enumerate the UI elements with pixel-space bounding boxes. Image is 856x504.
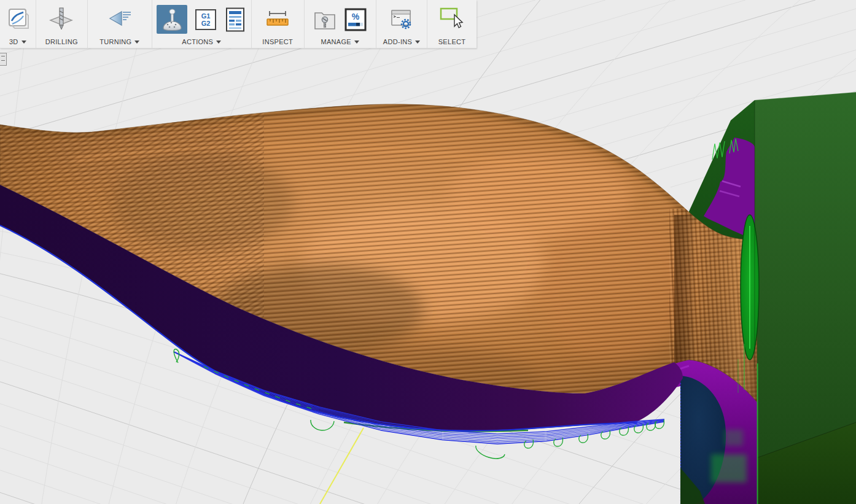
cam-app-window: 3D DRILLING TURNING (0, 0, 856, 504)
chevron-down-icon (354, 41, 359, 44)
tool-library-icon (313, 8, 337, 31)
chevron-down-icon (21, 41, 26, 44)
menu-3d[interactable]: 3D (9, 36, 26, 48)
inspect-button[interactable] (265, 9, 290, 31)
menu-turning-label: TURNING (99, 38, 131, 45)
toolbar-group-drilling: DRILLING (36, 0, 88, 48)
toolbar-group-manage: % MANAGE (305, 0, 377, 48)
toolbar-group-select: SELECT (427, 0, 477, 48)
chevron-down-icon (415, 41, 420, 44)
menu-addins[interactable]: ADD-INS (383, 36, 420, 48)
add-ins-icon (389, 8, 414, 31)
chevron-down-icon (134, 41, 139, 44)
menu-manage-label: MANAGE (321, 38, 351, 45)
viewport-canvas[interactable] (0, 0, 856, 504)
machining-time-icon: % (344, 8, 367, 31)
percent-symbol: % (352, 12, 360, 21)
menu-select-label: SELECT (438, 38, 466, 45)
menu-drilling[interactable]: DRILLING (45, 36, 78, 48)
stock-lens (741, 215, 759, 360)
post-process-button[interactable]: G1 G2 (195, 9, 217, 31)
menu-inspect[interactable]: INSPECT (262, 36, 293, 48)
3d-milling-icon (4, 6, 31, 34)
setup-sheet-button[interactable] (224, 7, 246, 32)
toolbar-group-turning: TURNING (88, 0, 152, 48)
cam-toolbar: 3D DRILLING TURNING (0, 0, 477, 48)
add-ins-button[interactable] (389, 8, 414, 31)
tool-library-button[interactable] (313, 8, 337, 31)
drilling-icon (48, 6, 75, 34)
inspect-ruler-icon (265, 9, 290, 31)
turning-button[interactable] (106, 6, 133, 34)
simulate-button[interactable] (157, 5, 187, 34)
setup-sheet-icon (224, 7, 246, 32)
turning-icon (106, 6, 133, 34)
menu-actions[interactable]: ACTIONS (182, 36, 221, 48)
toolbar-group-3d: 3D (0, 0, 36, 48)
select-cursor-icon (438, 6, 465, 33)
chevron-down-icon (216, 41, 221, 44)
menu-drilling-label: DRILLING (45, 38, 78, 45)
menu-manage[interactable]: MANAGE (321, 36, 359, 48)
toolbar-group-inspect: INSPECT (252, 0, 305, 48)
browser-toggle[interactable] (0, 53, 7, 66)
3d-milling-button[interactable] (4, 6, 31, 34)
toolbar-group-addins: ADD-INS (376, 0, 427, 48)
menu-actions-label: ACTIONS (182, 38, 213, 45)
select-button[interactable] (438, 6, 465, 33)
simulate-icon (158, 6, 185, 33)
menu-3d-label: 3D (9, 38, 18, 45)
post-process-icon: G1 G2 (195, 9, 217, 31)
menu-addins-label: ADD-INS (383, 38, 412, 45)
menu-inspect-label: INSPECT (262, 38, 293, 45)
drilling-button[interactable] (48, 6, 75, 34)
lead-line-yellow (320, 428, 364, 504)
toolbar-group-actions: G1 G2 ACTIONS (152, 0, 252, 48)
post-icon-g2: G2 (201, 20, 211, 27)
post-icon-g1: G1 (201, 12, 211, 19)
menu-turning[interactable]: TURNING (99, 36, 139, 48)
machining-time-button[interactable]: % (344, 8, 367, 31)
menu-select[interactable]: SELECT (438, 36, 466, 48)
